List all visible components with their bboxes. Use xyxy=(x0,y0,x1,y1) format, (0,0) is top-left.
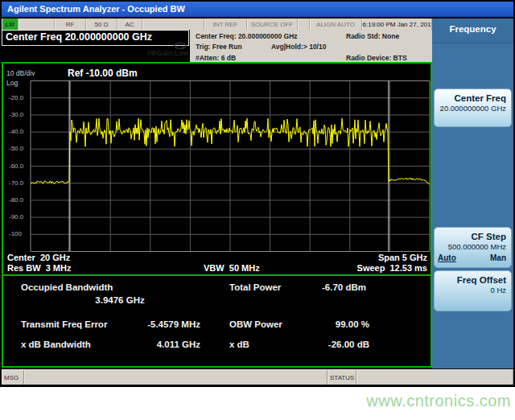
freq-offset-softkey[interactable]: Freq Offset 0 Hz xyxy=(434,270,512,311)
status-label: STATUS xyxy=(328,370,356,385)
y-axis-label: -50.0 xyxy=(9,145,23,152)
obw-results-panel: Occupied Bandwidth 3.9476 GHz Total Powe… xyxy=(3,276,431,366)
transmit-freq-error-value: -5.4579 MHz xyxy=(124,319,200,329)
lxi-badge: LXI xyxy=(2,19,19,30)
xdb-label: x dB xyxy=(229,340,249,349)
xdb-bandwidth-value: 4.011 GHz xyxy=(124,340,200,349)
status-spacer xyxy=(298,19,310,30)
window-title: Agilent Spectrum Analyzer - Occupied BW xyxy=(7,4,185,14)
vbw-annotation: VBW 50 MHz xyxy=(204,263,260,273)
softkey-menu-title: Frequency xyxy=(432,19,513,43)
top-status-bar: LXI RF 50 Ω AC INT REF SOURCE OFF ALIGN … xyxy=(2,19,432,30)
status-source: SOURCE OFF xyxy=(247,19,298,30)
status-coupling: AC xyxy=(117,19,142,30)
xdb-value: -26.00 dB xyxy=(293,340,369,349)
obw-label: Occupied Bandwidth xyxy=(21,282,113,292)
y-axis-label: -40.0 xyxy=(9,128,23,135)
analyzer-window: Agilent Spectrum Analyzer - Occupied BW … xyxy=(0,0,515,387)
continuous-sweep-icon xyxy=(172,39,188,53)
obw-power-label: OBW Power xyxy=(229,319,282,329)
setting-trigger: Trig: Free Run xyxy=(196,43,242,51)
measurement-display: 10 dB/div Log Ref -10.00 dBm -20.0-30.0-… xyxy=(2,62,432,368)
total-power-value: -6.70 dBm xyxy=(322,282,366,292)
status-rf: RF xyxy=(55,19,86,30)
y-axis-label: -70.0 xyxy=(9,179,23,187)
cf-step-auto-option[interactable]: Auto xyxy=(438,253,456,264)
y-axis-label: -20.0 xyxy=(9,94,23,101)
y-axis-label: -100 xyxy=(9,230,22,237)
cf-step-softkey-value: 500.000000 MHz xyxy=(438,242,506,252)
y-axis-labels: -20.0-30.0-40.0-50.0-60.0-70.0-80.0-90.0… xyxy=(6,64,29,274)
ref-level-label: Ref -10.00 dBm xyxy=(68,68,138,79)
center-freq-annotation: Center 20 GHz xyxy=(7,253,70,262)
status-spacer xyxy=(142,19,204,30)
status-align: ALIGN AUTO xyxy=(310,19,362,30)
msg-label: MSG xyxy=(2,370,24,385)
cf-step-softkey-label: CF Step xyxy=(438,232,506,242)
setting-radio-device: Radio Device: BTS xyxy=(346,54,407,62)
y-axis-label: -30.0 xyxy=(9,111,23,118)
spectrum-graph: 10 dB/div Log Ref -10.00 dBm -20.0-30.0-… xyxy=(3,64,431,274)
obw-value: 3.9476 GHz xyxy=(35,295,204,305)
y-axis-label: -90.0 xyxy=(9,213,23,220)
y-axis-label: -80.0 xyxy=(9,196,23,204)
window-titlebar: Agilent Spectrum Analyzer - Occupied BW xyxy=(2,2,513,17)
y-axis-label: -60.0 xyxy=(9,163,23,170)
setting-avg-hold: Avg|Hold:> 10/10 xyxy=(271,43,326,51)
setting-atten: #Atten: 6 dB xyxy=(196,54,236,62)
transmit-freq-error-label: Transmit Freq Error xyxy=(21,319,107,329)
center-freq-softkey-value: 20.000000000 GHz xyxy=(438,104,506,113)
xdb-bandwidth-label: x dB Bandwidth xyxy=(21,340,91,349)
setting-center-freq: Center Freq: 20.000000000 GHz xyxy=(196,32,298,40)
status-spacer xyxy=(19,19,55,30)
cf-step-man-option[interactable]: Man xyxy=(490,253,506,264)
page: Agilent Spectrum Analyzer - Occupied BW … xyxy=(0,0,515,420)
status-field xyxy=(356,370,513,385)
sweep-annotation: Sweep 12.53 ms xyxy=(357,263,427,273)
center-freq-softkey[interactable]: Center Freq 20.000000000 GHz xyxy=(434,89,512,127)
center-freq-softkey-label: Center Freq xyxy=(438,93,506,104)
freq-offset-softkey-value: 0 Hz xyxy=(438,286,506,295)
spectrum-plot xyxy=(30,80,431,252)
watermark: www.cntronics.com xyxy=(366,392,511,410)
obw-power-value: 99.00 % xyxy=(293,319,369,329)
msg-field xyxy=(24,370,328,385)
res-bw-annotation: Res BW 3 MHz xyxy=(7,263,71,273)
total-power-label: Total Power xyxy=(229,282,281,292)
settings-summary-panel: Center Freq: 20.000000000 GHz Trig: Free… xyxy=(190,30,432,64)
active-function-display: Center Freq 20.000000000 GHz xyxy=(2,30,189,46)
status-int-ref: INT REF xyxy=(204,19,247,30)
setting-radio-std: Radio Std: None xyxy=(346,32,399,40)
span-annotation: Span 5 GHz xyxy=(378,253,427,262)
freq-offset-softkey-label: Freq Offset xyxy=(438,275,506,286)
message-status-bar: MSG STATUS xyxy=(2,369,513,385)
status-impedance: 50 Ω xyxy=(86,19,117,30)
softkey-panel: Frequency Center Freq 20.000000000 GHz C… xyxy=(432,19,513,369)
cf-step-softkey[interactable]: CF Step 500.000000 MHz Auto Man xyxy=(434,227,512,268)
status-datetime: 06:19:00 PM Jan 27, 2015 xyxy=(362,19,432,30)
active-function-second-line xyxy=(2,47,77,62)
